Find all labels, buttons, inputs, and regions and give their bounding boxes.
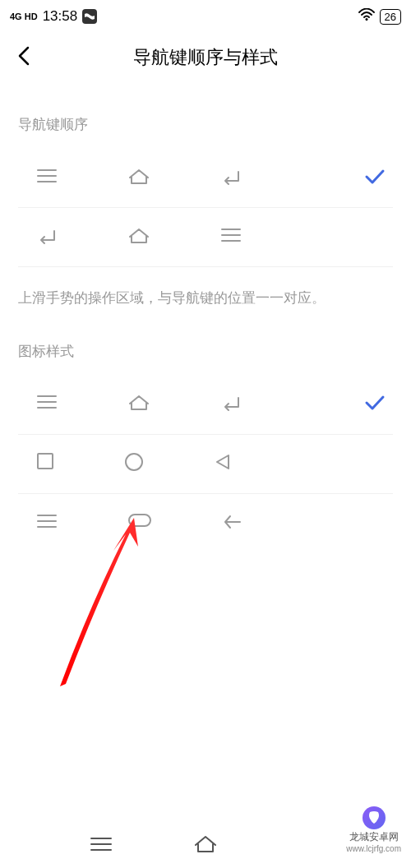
- back-button[interactable]: [16, 44, 31, 71]
- back-icon: [36, 227, 58, 248]
- icon-style-label: 图标样式: [18, 342, 393, 361]
- nav-order-option-2[interactable]: [18, 208, 393, 267]
- hamburger-icon: [36, 513, 58, 534]
- content-area: 导航键顺序: [0, 115, 411, 553]
- watermark-name: 龙城安卓网: [349, 831, 399, 843]
- watermark-url: www.lcjrfg.com: [346, 844, 401, 853]
- hamburger-icon: [36, 168, 58, 189]
- square-icon: [36, 452, 54, 475]
- svg-rect-1: [38, 454, 53, 469]
- icon-style-option-2[interactable]: [18, 435, 393, 494]
- home-icon: [127, 168, 150, 189]
- nav-order-label: 导航键顺序: [18, 115, 393, 134]
- icon-style-option-3[interactable]: [18, 494, 393, 553]
- home-icon: [127, 227, 150, 248]
- hamburger-icon: [220, 227, 242, 248]
- watermark-logo-icon: [363, 806, 386, 829]
- recent-apps-button[interactable]: [90, 835, 113, 856]
- check-icon: [363, 394, 386, 415]
- check-icon: [363, 168, 386, 189]
- back-icon: [220, 394, 242, 415]
- hamburger-icon: [36, 394, 58, 415]
- triangle-back-icon: [214, 452, 232, 475]
- signal-indicator: 4G HD: [10, 12, 38, 21]
- home-icon: [127, 394, 150, 415]
- back-icon: [220, 168, 242, 189]
- svg-point-2: [126, 454, 142, 470]
- page-header: 导航键顺序与样式: [0, 33, 411, 82]
- svg-point-0: [365, 18, 367, 21]
- nav-order-option-1[interactable]: [18, 149, 393, 208]
- order-description: 上滑手势的操作区域，与导航键的位置一一对应。: [18, 288, 393, 309]
- home-button[interactable]: [193, 834, 218, 857]
- arrow-left-icon: [222, 513, 243, 534]
- page-title: 导航键顺序与样式: [16, 45, 395, 70]
- battery-indicator: 26: [380, 9, 401, 25]
- status-bar: 4G HD 13:58 26: [0, 0, 411, 33]
- status-left: 4G HD 13:58: [10, 8, 97, 25]
- clock: 13:58: [43, 8, 78, 25]
- circle-icon: [124, 452, 144, 475]
- wifi-icon: [358, 8, 375, 25]
- icon-style-option-1[interactable]: [18, 376, 393, 435]
- svg-rect-3: [129, 515, 150, 526]
- pill-icon: [127, 513, 152, 534]
- status-right: 26: [358, 8, 401, 25]
- notification-icon: [82, 9, 97, 24]
- watermark: 龙城安卓网 www.lcjrfg.com: [346, 806, 401, 853]
